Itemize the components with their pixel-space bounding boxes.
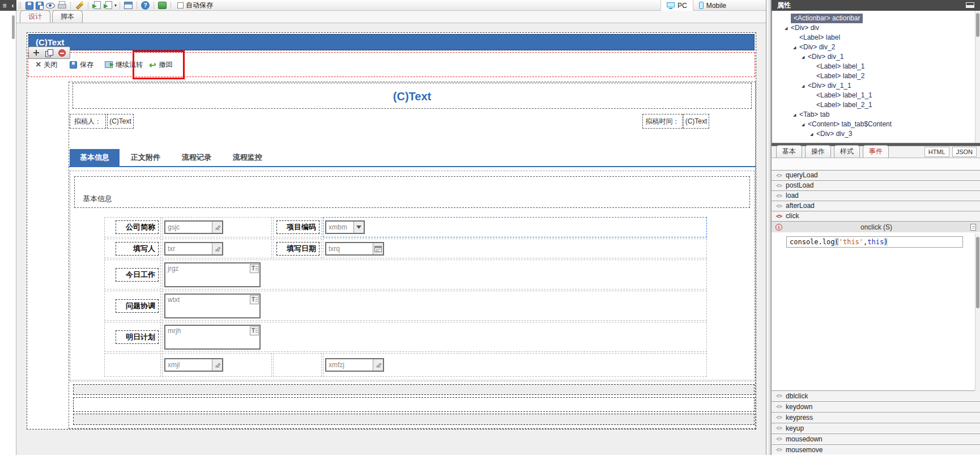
expand-arrow-icon[interactable]: ◢: [793, 42, 799, 52]
form-tab-basic-info[interactable]: 基本信息: [70, 149, 120, 166]
event-row-load[interactable]: <>load: [772, 190, 980, 201]
edit-icon[interactable]: [212, 243, 222, 254]
textarea-jrgz[interactable]: jrgzT: [164, 262, 261, 287]
draft-user-label[interactable]: 拟稿人：: [70, 114, 106, 129]
draft-time-value[interactable]: (C)Text: [683, 114, 709, 129]
textarea-icon[interactable]: T: [250, 264, 259, 273]
clear-handler-icon[interactable]: [970, 224, 976, 231]
textarea-icon[interactable]: T: [250, 326, 259, 335]
minimize-icon[interactable]: [966, 2, 974, 8]
grid-label-cell[interactable]: 今日工作: [104, 260, 161, 290]
event-row-postLoad[interactable]: <>postLoad: [772, 180, 980, 190]
grid-field-cell[interactable]: txrq: [323, 239, 707, 258]
tree-node-div-1-1[interactable]: ◢<Div> div_1_1: [772, 81, 980, 91]
draft-user-value[interactable]: (C)Text: [107, 114, 134, 129]
device-tab-pc[interactable]: PC: [661, 0, 693, 11]
prop-tab-operation[interactable]: 操作: [805, 145, 831, 158]
tree-node-div-3[interactable]: ◢<Div> div_3: [772, 129, 980, 139]
left-scrollbar-thumb[interactable]: [12, 15, 15, 39]
grid-field-cell[interactable]: wtxtT: [162, 291, 707, 321]
form-designer-surface[interactable]: (C)Text ×关闭保存继续流转↩撤回 (C)Text 拟稿人： (C)Tex…: [27, 32, 756, 430]
tree-node-div-2[interactable]: ◢<Div> div_2: [772, 42, 980, 52]
prop-tab-html[interactable]: HTML: [924, 147, 949, 157]
preview-icon[interactable]: [46, 1, 55, 10]
placeholder-row[interactable]: [73, 414, 755, 425]
grid-label-cell[interactable]: [273, 353, 322, 377]
input-xmjl[interactable]: xmjl: [164, 358, 223, 372]
textarea-mrjh[interactable]: mrjhT: [164, 325, 261, 350]
import-icon[interactable]: [92, 1, 101, 10]
tree-node-actionbar[interactable]: <Actionbar> actionbar: [772, 14, 980, 23]
textarea-icon[interactable]: T: [250, 295, 259, 304]
prop-tab-basic[interactable]: 基本: [776, 145, 802, 158]
autosave-checkbox[interactable]: [177, 2, 184, 8]
dropdown-caret-icon[interactable]: ▾: [114, 3, 117, 8]
editor-tab-script[interactable]: 脚本: [52, 10, 83, 23]
grid-label-cell[interactable]: 问题协调: [104, 291, 161, 321]
input-xmfzj[interactable]: xmfzj: [325, 358, 384, 372]
tree-scrollbar[interactable]: [975, 11, 980, 143]
save-icon[interactable]: [25, 2, 33, 10]
grid-field-cell[interactable]: xmfzj: [323, 353, 707, 377]
edit-icon[interactable]: [212, 359, 222, 371]
editor-tab-design[interactable]: 设计: [20, 10, 50, 23]
grid-field-cell[interactable]: mrjhT: [162, 322, 707, 352]
window-icon[interactable]: [124, 2, 133, 9]
form-window-titlebar[interactable]: (C)Text: [28, 34, 755, 50]
grid-field-cell[interactable]: xmjl: [162, 353, 272, 377]
grid-label-cell[interactable]: 明日计划: [104, 322, 161, 352]
expand-arrow-icon[interactable]: ◢: [810, 129, 816, 139]
event-row-queryLoad[interactable]: <>queryLoad: [772, 170, 980, 180]
placeholder-row[interactable]: [73, 384, 755, 395]
export-icon[interactable]: [104, 1, 113, 10]
expand-arrow-icon[interactable]: ◢: [802, 120, 808, 129]
grid-field-cell[interactable]: xmbm: [323, 217, 707, 237]
grid-label-cell[interactable]: 填写人: [104, 239, 161, 258]
form-tab-process-record[interactable]: 流程记录: [172, 149, 221, 166]
tree-node-div[interactable]: ◢<Div> div: [772, 23, 980, 33]
code-scrollbar[interactable]: [975, 233, 980, 391]
placeholder-row[interactable]: [73, 397, 755, 412]
copy-widget-button[interactable]: [44, 48, 55, 58]
event-row-dblclick[interactable]: <>dblclick: [772, 390, 980, 401]
device-tab-mobile[interactable]: Mobile: [693, 0, 732, 11]
vertical-splitter[interactable]: [766, 0, 772, 455]
expand-arrow-icon[interactable]: ◢: [785, 23, 791, 33]
event-row-mousedown[interactable]: <>mousedown: [772, 433, 980, 444]
form-tab-attachment[interactable]: 正文附件: [121, 149, 171, 166]
textarea-wtxt[interactable]: wtxtT: [164, 294, 261, 318]
edit-icon[interactable]: [373, 359, 383, 371]
edit-icon[interactable]: [212, 222, 222, 233]
tree-node-label-1-1[interactable]: <Label> label_1_1: [772, 91, 980, 100]
save-as-icon[interactable]: [36, 2, 44, 10]
section-group-box[interactable]: 基本信息: [74, 176, 750, 208]
tree-node-tab-content[interactable]: ◢<Content> tab_tab$Content: [772, 120, 980, 129]
event-row-click[interactable]: <>click: [772, 211, 980, 221]
event-row-keypress[interactable]: <>keypress: [772, 412, 980, 423]
code-scrollbar-thumb[interactable]: [976, 237, 979, 308]
grid-field-cell[interactable]: txr: [162, 239, 272, 258]
prop-tab-event[interactable]: 事件: [863, 145, 889, 158]
tree-node-label[interactable]: <Label> label: [772, 33, 980, 42]
prop-tab-json[interactable]: JSON: [952, 147, 977, 157]
input-txr[interactable]: txr: [164, 242, 223, 256]
grid-label-cell[interactable]: 填写日期: [273, 239, 322, 258]
expand-arrow-icon[interactable]: ◢: [802, 81, 808, 91]
tree-node-label-1[interactable]: <Label> label_1: [772, 62, 980, 71]
tree-node-label-2[interactable]: <Label> label_2: [772, 71, 980, 81]
event-row-mousemove[interactable]: <>mousemove: [772, 444, 980, 455]
code-line[interactable]: console.log('this',this): [786, 236, 963, 248]
expand-arrow-icon[interactable]: ◢: [802, 52, 808, 62]
tree-node-label-2-1[interactable]: <Label> label_2_1: [772, 100, 980, 110]
expand-arrow-icon[interactable]: ◢: [793, 110, 799, 120]
input-xmbm[interactable]: xmbm: [325, 220, 365, 234]
tree-scrollbar-thumb[interactable]: [976, 13, 979, 37]
grid-label-cell[interactable]: 公司简称: [104, 217, 161, 237]
help-icon[interactable]: ?: [141, 1, 150, 10]
calendar-icon[interactable]: [373, 243, 383, 254]
onclick-handler-header[interactable]: i onclick (S): [772, 221, 980, 232]
tree-node-tab[interactable]: ◢<Tab> tab: [772, 110, 980, 120]
code-editor[interactable]: console.log('this',this): [772, 232, 980, 390]
event-row-keydown[interactable]: <>keydown: [772, 401, 980, 412]
draft-time-label[interactable]: 拟稿时间：: [642, 114, 683, 129]
